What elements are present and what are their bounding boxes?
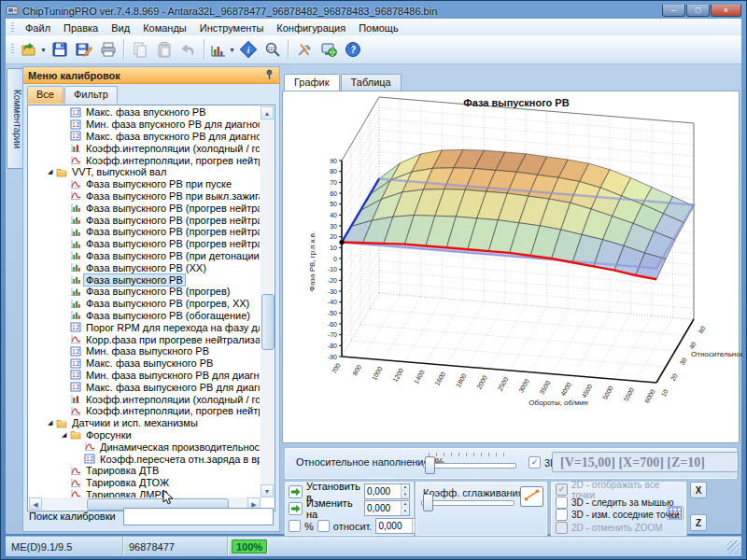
chart-red-icon — [70, 478, 81, 488]
tree-item[interactable]: Фаза выпускного РВ при пуске — [30, 178, 260, 190]
option-checkbox[interactable]: 3D - изм. соседние точки — [556, 509, 683, 521]
tree-item[interactable]: 12Макс. фаза впускного РВ — [30, 106, 260, 119]
tree-item[interactable]: ◢Форсунки — [30, 429, 260, 441]
close-button[interactable]: × — [711, 5, 741, 17]
tree-item[interactable]: 12Макс. фаза впускного РВ для диагностик… — [30, 131, 260, 143]
tree-item[interactable]: 12Порог RPM для перехода на фазу для реж… — [30, 321, 260, 333]
expand-collapse-icon[interactable]: ◢ — [48, 419, 56, 427]
resize-grip[interactable] — [727, 540, 740, 553]
tree-item[interactable]: Коэфф.интерполяции, прогрев нейтр. (холо… — [30, 154, 260, 166]
toolbar-overflow-chevron[interactable]: ▾ — [349, 43, 353, 50]
toolbar-button-save-icon[interactable] — [48, 37, 72, 62]
tree-item[interactable]: Динамическая производительность — [30, 441, 260, 453]
linearize-button[interactable] — [520, 486, 543, 507]
tree-item[interactable]: Фаза выпускного РВ при выкл.зажигания — [30, 190, 260, 203]
maximize-button[interactable]: □ — [686, 5, 710, 17]
expand-collapse-icon[interactable]: ◢ — [62, 431, 70, 439]
svg-text:20: 20 — [669, 372, 679, 382]
tree-item[interactable]: 12Макс. фаза выпускного РВ — [30, 357, 260, 370]
checkbox-box[interactable] — [556, 497, 568, 509]
tab-graph[interactable]: График — [284, 74, 340, 91]
spinner-icon[interactable]: ▲▼ — [401, 501, 409, 515]
folder-icon — [70, 429, 81, 440]
smoothing-slider[interactable] — [421, 495, 514, 511]
tree-item[interactable]: Фаза выпускного РВ (прогрев, ХХ) — [30, 298, 260, 310]
menu-item[interactable]: Вид — [105, 21, 136, 35]
minimize-button[interactable]: – — [662, 5, 685, 17]
slider-groove[interactable] — [421, 500, 514, 506]
tab-table[interactable]: Таблица — [341, 74, 402, 91]
tree-item[interactable]: 12Мин. фаза выпускного РВ — [30, 345, 260, 357]
checkbox-box[interactable] — [556, 509, 568, 521]
option-checkbox[interactable]: 3D - следить за мышью — [556, 497, 683, 509]
tab-filter[interactable]: Фильтр — [64, 86, 118, 104]
change-value-input[interactable] — [365, 501, 401, 515]
comments-vertical-tab[interactable]: Комментарии — [7, 68, 23, 169]
toolbar-button-print-icon[interactable] — [96, 37, 120, 62]
fill-slider[interactable] — [423, 457, 516, 474]
svg-text:3500: 3500 — [539, 380, 552, 396]
tab-all[interactable]: Все — [27, 86, 63, 104]
checkbox-percent[interactable]: % — [289, 520, 314, 532]
tree-item[interactable]: Корр.фаза при прогреве нейтрализатора — [30, 333, 260, 345]
toolbar-button-connect-icon[interactable] — [317, 37, 341, 62]
tree-item[interactable]: Фаза выпускного РВ (прогрев) — [30, 286, 260, 298]
tree-item-label: Фаза выпускного РВ (прогрев, ХХ) — [84, 298, 251, 309]
tree-item[interactable]: Фаза выпускного РВ — [30, 273, 260, 286]
tree-item[interactable]: 12Макс. фаза выпускного РВ для диагности… — [30, 381, 260, 393]
slider-handle[interactable] — [425, 456, 435, 474]
tree-item[interactable]: Тарировка ДМРВ — [30, 489, 260, 498]
menu-item[interactable]: Помощь — [352, 21, 405, 35]
scroll-down-icon[interactable]: ▼ — [261, 484, 274, 497]
menu-item[interactable]: Инструменты — [193, 21, 271, 35]
tree-item[interactable]: Фаза выпускного РВ (ХХ) — [30, 261, 260, 273]
tree-item[interactable]: Фаза выпускного РВ (прогрев нейтрал., ХХ… — [30, 226, 260, 238]
tree-item-label: Тарировка ДТВ — [84, 465, 161, 476]
tree-item[interactable]: ◢Датчики и исп. механизмы — [30, 417, 260, 429]
tree-item[interactable]: Фаза выпускного РВ (прогрев нейтрализато… — [30, 202, 260, 214]
slider-handle[interactable] — [423, 494, 433, 511]
tree-item[interactable]: Коэфф.интерполяции (холодный / горячий ) — [30, 393, 260, 405]
surface-chart[interactable]: -90-80-70-60-50-40-30-20-100102030405060… — [283, 91, 742, 442]
tree-item[interactable]: Тарировка ДТОЖ — [30, 477, 260, 489]
tree-item[interactable]: 12Коэфф.пересчета отн.заряда в время впр… — [30, 453, 260, 465]
scroll-up-icon[interactable]: ▲ — [261, 106, 274, 119]
toolbar-button-open-icon[interactable]: ▼ — [20, 37, 48, 62]
tree-item[interactable]: ◢VVT, выпускной вал — [30, 166, 260, 178]
tree-item[interactable]: Коэфф.интерполяции (холодный / горячий ) — [30, 142, 260, 154]
tree-item[interactable]: Фаза выпускного РВ (прогрев нейтрал., ХХ… — [30, 238, 260, 250]
menu-item[interactable]: Правка — [57, 21, 105, 35]
calibration-search-input[interactable] — [123, 508, 274, 525]
toolbar-button-tools-icon[interactable] — [292, 37, 317, 62]
apply-set-button[interactable] — [289, 485, 303, 498]
pin-icon[interactable] — [264, 69, 275, 82]
checkbox-3d-box[interactable] — [529, 456, 541, 469]
tree-item[interactable]: Фаза выпускного РВ (обогащение) — [30, 310, 260, 322]
relative-value-input[interactable] — [376, 519, 412, 533]
toolbar-button-compare-charts-icon[interactable]: ▼ — [208, 37, 236, 62]
toolbar-button-save-edit-icon[interactable] — [72, 37, 96, 62]
tree-item[interactable]: Фаза выпускного РВ (при детонации) — [30, 250, 260, 262]
spinner-icon[interactable]: ▲▼ — [401, 484, 409, 498]
slider-groove[interactable] — [423, 463, 516, 469]
tree-vertical-scrollbar[interactable]: ▲ ▼ — [261, 106, 274, 497]
tree-item[interactable]: Фаза выпускного РВ (прогрев нейтрал., хо… — [30, 214, 260, 226]
vscroll-thumb[interactable] — [261, 294, 275, 350]
tree-item[interactable]: 12Мин. фаза впускного РВ для диагностики — [30, 119, 260, 131]
toolbar-button-info-icon[interactable]: i — [236, 37, 261, 62]
tree-item[interactable]: Коэфф.интерполяции, прогрев нейтр. (холо… — [30, 405, 260, 417]
svg-text:2: 2 — [90, 455, 93, 462]
checkbox-relative[interactable]: относит. — [317, 520, 373, 532]
menu-item[interactable]: Команды — [136, 21, 193, 35]
set-value-input[interactable] — [365, 484, 401, 498]
z-axis-button[interactable]: Z — [690, 514, 707, 531]
menu-item[interactable]: Конфигурация — [270, 21, 352, 35]
expand-collapse-icon[interactable]: ◢ — [48, 168, 56, 175]
tree-item[interactable]: Тарировка ДТВ — [30, 465, 260, 477]
x-axis-button[interactable]: X — [690, 482, 707, 498]
toolbar-button-zoom-percent-icon[interactable]: 110 — [261, 37, 285, 62]
tree-item[interactable]: 12Мин. фаза выпускного РВ для диагностик… — [30, 370, 260, 382]
apply-change-button[interactable] — [289, 502, 303, 515]
toolbar-button-help-icon[interactable]: ? — [341, 37, 365, 62]
menu-item[interactable]: Файл — [19, 21, 57, 35]
